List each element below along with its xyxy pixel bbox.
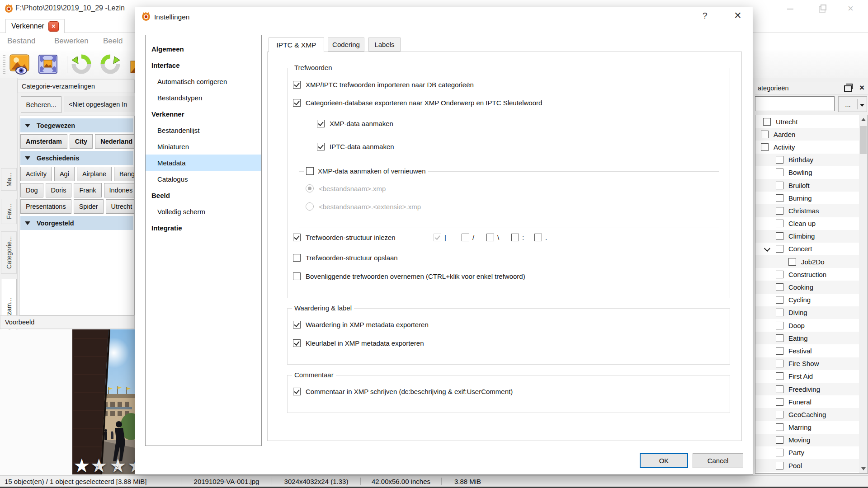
category-row[interactable]: Bowling <box>755 166 868 179</box>
category-row[interactable]: Concert <box>755 243 868 255</box>
checkbox[interactable] <box>293 339 301 347</box>
tag-button[interactable]: City <box>70 134 93 149</box>
collection-set-dropdown[interactable]: <Niet opgeslagen In <box>64 96 139 112</box>
settings-nav-algemeen[interactable]: Algemeen <box>146 41 261 57</box>
category-row[interactable]: Cooking <box>755 281 868 293</box>
category-checkbox[interactable] <box>776 220 783 227</box>
settings-tab-labels[interactable]: Labels <box>368 38 401 52</box>
settings-nav-catalogus[interactable]: Catalogus <box>146 171 261 187</box>
category-row[interactable]: Funeral <box>755 395 868 408</box>
rotate-left-icon[interactable] <box>71 54 92 75</box>
category-row[interactable]: Festival <box>755 344 868 357</box>
rating-star[interactable]: ★ <box>73 457 90 475</box>
checkbox[interactable] <box>293 99 301 107</box>
section-header-geschiedenis[interactable]: Geschiedenis <box>20 151 133 165</box>
tag-button[interactable]: Spider <box>74 199 104 214</box>
rating-star[interactable]: ★ <box>127 457 135 475</box>
category-checkbox[interactable] <box>776 462 783 469</box>
side-tab-fav[interactable]: Fav... <box>1 199 17 224</box>
category-row[interactable]: Climbing <box>755 230 868 243</box>
category-checkbox[interactable] <box>763 118 771 126</box>
category-filter-input[interactable] <box>755 96 835 111</box>
category-scrollbar[interactable] <box>859 115 868 473</box>
category-checkbox[interactable] <box>776 156 783 164</box>
scroll-down-icon[interactable] <box>859 465 868 473</box>
section-header-voorgesteld[interactable]: Voorgesteld <box>20 216 133 230</box>
rating-star[interactable]: ★1 <box>90 457 108 475</box>
settings-nav-miniaturen[interactable]: Miniaturen <box>146 138 261 155</box>
star-rating-overlay[interactable]: ★★1★2★ <box>72 457 135 475</box>
scrollbar-thumb[interactable] <box>860 126 867 154</box>
category-row[interactable]: Activity <box>755 141 868 153</box>
category-checkbox[interactable] <box>776 296 783 304</box>
minimize-button[interactable] <box>781 4 802 14</box>
category-checkbox[interactable] <box>776 309 783 316</box>
toolbar-grip[interactable] <box>3 55 5 74</box>
category-checkbox[interactable] <box>761 131 769 138</box>
tag-button[interactable]: Agi <box>54 167 75 181</box>
tag-button[interactable]: Utrecht <box>106 199 135 214</box>
settings-nav-beeld[interactable]: Beeld <box>146 187 261 203</box>
tag-button[interactable]: Presentations <box>20 199 71 214</box>
category-row[interactable]: Birthday <box>755 154 868 166</box>
tag-button[interactable]: Amsterdam <box>20 134 67 149</box>
checkbox[interactable] <box>293 321 301 328</box>
category-checkbox[interactable] <box>776 283 783 291</box>
category-row[interactable]: Party <box>755 446 868 459</box>
tag-button[interactable]: Activity <box>20 167 52 181</box>
category-row[interactable]: Marring <box>755 421 868 434</box>
category-row[interactable]: Doop <box>755 319 868 332</box>
manage-button[interactable]: Beheren... <box>21 96 61 113</box>
side-tab-ma[interactable]: Ma... <box>1 168 17 191</box>
xmp-group-checkbox[interactable] <box>306 167 314 175</box>
category-checkbox[interactable] <box>776 232 783 240</box>
category-checkbox[interactable] <box>776 398 783 406</box>
separator-checkbox[interactable] <box>511 234 519 241</box>
dialog-close-icon[interactable]: × <box>734 9 741 23</box>
help-button[interactable]: ? <box>703 11 708 21</box>
float-panel-icon[interactable] <box>844 85 852 92</box>
category-checkbox[interactable] <box>776 194 783 202</box>
category-checkbox[interactable] <box>776 334 783 342</box>
tab-close-icon[interactable]: × <box>48 21 59 32</box>
category-row[interactable]: Moving <box>755 434 868 446</box>
rotate-right-icon[interactable] <box>100 54 121 75</box>
checkbox[interactable] <box>293 254 301 262</box>
settings-nav-metadata[interactable]: Metadata <box>146 155 261 171</box>
checkbox[interactable] <box>293 388 301 395</box>
separator-checkbox[interactable] <box>486 234 494 241</box>
category-checkbox[interactable] <box>776 245 783 253</box>
tag-button[interactable]: Indones <box>104 183 135 197</box>
category-row[interactable]: Job2Do <box>755 255 868 268</box>
category-checkbox[interactable] <box>776 347 783 355</box>
tag-button[interactable]: Nederland <box>95 134 135 149</box>
category-checkbox[interactable] <box>776 436 783 444</box>
category-checkbox[interactable] <box>776 411 783 418</box>
settings-nav-interface[interactable]: Interface <box>146 57 261 73</box>
checkbox[interactable] <box>317 143 325 150</box>
category-checkbox[interactable] <box>776 449 783 456</box>
tab-verkenner[interactable]: Verkenner × <box>5 19 65 33</box>
section-header-toegewezen[interactable]: Toegewezen <box>20 118 133 132</box>
close-panel-icon[interactable]: × <box>859 83 864 93</box>
category-row[interactable]: First Aid <box>755 370 868 383</box>
separator-checkbox[interactable] <box>462 234 469 241</box>
tag-button[interactable]: Airplane <box>77 167 112 181</box>
category-checkbox[interactable] <box>776 423 783 431</box>
cancel-button[interactable]: Cancel <box>693 453 743 468</box>
category-checkbox[interactable] <box>776 207 783 215</box>
separator-checkbox[interactable] <box>534 234 542 241</box>
settings-tab-iptc-xmp[interactable]: IPTC & XMP <box>269 38 324 52</box>
checkbox[interactable] <box>293 234 301 241</box>
category-row[interactable]: Diving <box>755 306 868 319</box>
settings-tab-codering[interactable]: Codering <box>328 38 364 52</box>
category-checkbox[interactable] <box>776 271 783 278</box>
ok-button[interactable]: OK <box>640 453 688 468</box>
settings-nav-automatisch-corrigeren[interactable]: Automatisch corrigeren <box>146 73 261 89</box>
category-row[interactable]: Clean up <box>755 217 868 230</box>
side-tab-categorie[interactable]: Categorie... <box>1 231 17 274</box>
separator-checkbox[interactable] <box>434 234 441 241</box>
category-row[interactable]: Christmas <box>755 204 868 217</box>
category-row[interactable]: Pool <box>755 459 868 472</box>
category-row[interactable]: Bruiloft <box>755 179 868 192</box>
